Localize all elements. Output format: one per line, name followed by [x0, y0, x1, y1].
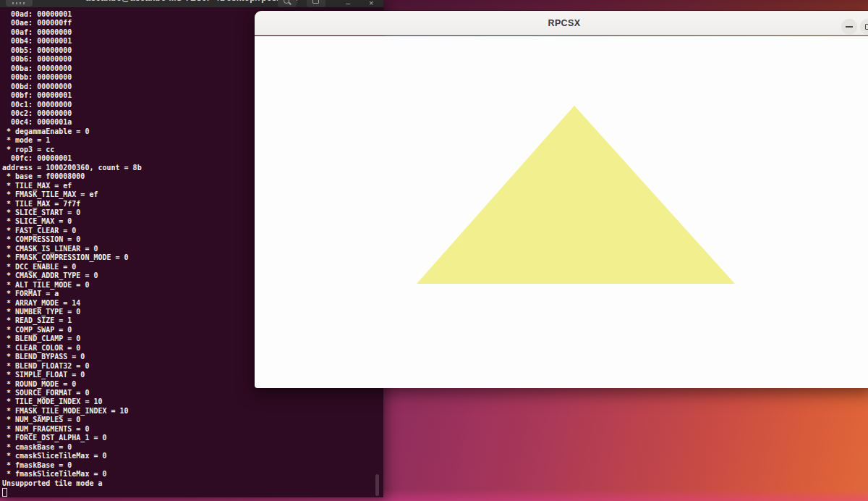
- terminal-close-button[interactable]: ×: [369, 0, 373, 7]
- new-tab-icon: [312, 0, 319, 4]
- desktop: { "desktop": { "wallpaper_gradient_start…: [0, 0, 868, 501]
- maximize-icon: [865, 24, 868, 30]
- terminal-scrollbar[interactable]: [375, 474, 379, 496]
- rendered-triangle: [417, 106, 735, 284]
- rpcsx-window[interactable]: RPCSX: [254, 10, 868, 389]
- search-icon: [284, 0, 289, 4]
- terminal-output: 00ad: 00000001 00ae: 000000ff 00af: 0000…: [2, 10, 142, 488]
- minimize-icon: [846, 26, 853, 28]
- rpcsx-titlebar[interactable]: RPCSX: [255, 11, 868, 35]
- rpcsx-window-title: RPCSX: [255, 11, 868, 35]
- render-surface: [255, 36, 868, 389]
- terminal-minimize-button[interactable]: –: [346, 0, 350, 7]
- terminal-titlebar[interactable]: aseanbe@aseanbe-MS-7B86: ~/Desktop/rpcsx…: [0, 0, 383, 7]
- terminal-title: aseanbe@aseanbe-MS-7B86: ~/Desktop/rpcsx…: [0, 0, 383, 7]
- search-button[interactable]: [278, 0, 297, 7]
- render-canvas: [255, 36, 868, 389]
- minimize-button[interactable]: [841, 19, 857, 35]
- new-tab-button[interactable]: [307, 0, 326, 7]
- terminal-cursor: [2, 488, 7, 497]
